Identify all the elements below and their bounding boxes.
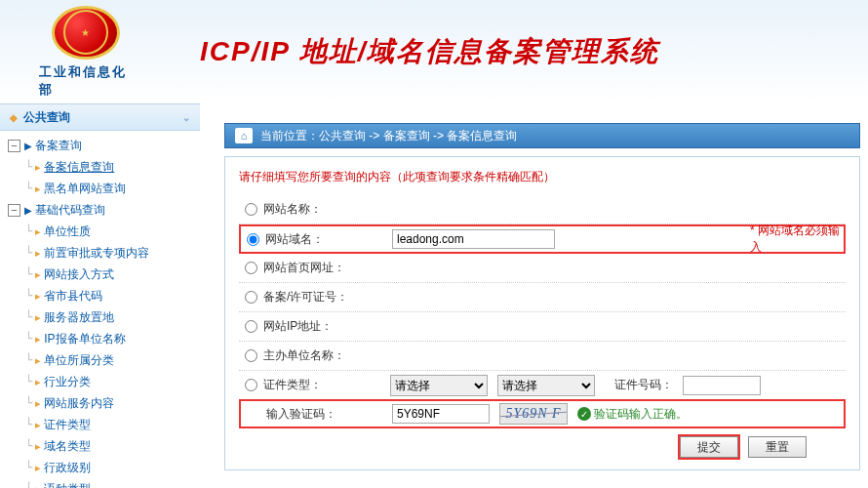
tree-item[interactable]: └▸服务器放置地 <box>8 306 200 328</box>
tree-item-label: 省市县代码 <box>44 288 102 305</box>
folder-icon: ▸ <box>35 247 41 260</box>
tree-item[interactable]: └▸单位性质 <box>8 221 200 242</box>
tree-item[interactable]: └▸网站服务内容 <box>8 392 200 414</box>
radio-site-domain-input[interactable] <box>247 233 259 246</box>
tree-group-label: 备案查询 <box>35 138 82 154</box>
radio-ip-addr[interactable]: 网站IP地址： <box>239 318 390 335</box>
tree-item-label: 服务器放置地 <box>44 309 114 326</box>
system-title: ICP/IP 地址/域名信息备案管理系统 <box>200 33 659 70</box>
tree-item[interactable]: └▸黑名单网站查询 <box>8 178 200 199</box>
folder-icon: ▸ <box>35 225 41 238</box>
radio-home-url-input[interactable] <box>245 262 257 274</box>
tree-item-label: 证件类型 <box>44 417 91 433</box>
home-icon: ⌂ <box>235 128 253 143</box>
captcha-label-cell: 输入验证码： <box>241 406 392 423</box>
folder-icon: ▸ <box>35 483 41 489</box>
radio-site-domain[interactable]: 网站域名： <box>241 231 392 248</box>
captcha-image[interactable]: 5Y69N F <box>499 403 568 425</box>
folder-icon: ▸ <box>35 161 41 174</box>
tree-item-label: 黑名单网站查询 <box>44 181 126 197</box>
breadcrumb-text: 当前位置：公共查询 -> 备案查询 -> 备案信息查询 <box>260 128 517 144</box>
tree-group[interactable]: −▶基础代码查询 <box>8 199 200 221</box>
sidebar-section-public-query[interactable]: ◆ 公共查询 ⌄ <box>0 103 200 131</box>
submit-button[interactable]: 提交 <box>680 436 738 458</box>
collapse-icon: ◆ <box>10 112 18 123</box>
tree-item-label: 网站接入方式 <box>44 266 114 283</box>
cert-no-label: 证件号码： <box>614 377 673 393</box>
folder-icon: ▸ <box>35 419 41 431</box>
check-icon: ✓ <box>577 407 591 421</box>
tree-item[interactable]: └▸前置审批或专项内容 <box>8 242 200 264</box>
input-captcha[interactable] <box>392 404 490 424</box>
form-instruction: 请仔细填写您所要查询的内容（此项查询要求条件精确匹配） <box>239 169 846 185</box>
tree-item-label: 语种类型 <box>44 481 91 489</box>
tree-item[interactable]: └▸网站接入方式 <box>8 264 200 285</box>
national-emblem: ★ 工业和信息化部 <box>39 6 132 99</box>
radio-ip-addr-input[interactable] <box>245 320 257 333</box>
tree-item[interactable]: └▸证件类型 <box>8 414 200 435</box>
tree-item-label: 域名类型 <box>44 438 91 455</box>
tree-item-label: 单位所属分类 <box>44 352 114 369</box>
select-cert-type-1[interactable]: 请选择 <box>390 375 488 396</box>
tree-item[interactable]: └▸备案信息查询 <box>8 156 200 178</box>
radio-cert-type[interactable]: 证件类型： <box>239 377 390 393</box>
radio-license-no[interactable]: 备案/许可证号： <box>239 289 390 305</box>
radio-sponsor-input[interactable] <box>245 349 257 362</box>
input-site-domain[interactable] <box>392 229 555 249</box>
tree-item-label: 行业分类 <box>44 374 91 390</box>
folder-icon: ▸ <box>35 268 41 281</box>
tree-item-label: 单位性质 <box>44 224 91 240</box>
folder-icon: ▸ <box>35 376 41 388</box>
folder-icon: ▸ <box>35 333 41 346</box>
folder-icon: ▸ <box>35 440 41 453</box>
folder-icon: ▸ <box>35 354 41 367</box>
tree-item[interactable]: └▸行业分类 <box>8 371 200 392</box>
chevron-down-icon: ⌄ <box>182 112 190 123</box>
tree-item[interactable]: └▸IP报备单位名称 <box>8 328 200 349</box>
folder-icon: ▸ <box>35 397 41 410</box>
radio-license-no-input[interactable] <box>245 291 257 304</box>
tree-item-label: 备案信息查询 <box>44 159 114 176</box>
query-form: 请仔细填写您所要查询的内容（此项查询要求条件精确匹配） 网站名称： 网站域名： … <box>224 156 860 470</box>
select-cert-type-2[interactable]: 请选择 <box>497 375 595 396</box>
tree-collapse-icon: − <box>8 204 20 217</box>
tree-group-label: 基础代码查询 <box>35 202 105 219</box>
tree-collapse-icon: − <box>8 140 20 152</box>
folder-icon: ▸ <box>35 290 41 303</box>
arrow-right-icon: ▶ <box>24 205 32 216</box>
tree-item-label: 网站服务内容 <box>44 395 114 412</box>
sidebar-tree: −▶备案查询└▸备案信息查询└▸黑名单网站查询−▶基础代码查询└▸单位性质└▸前… <box>0 131 200 488</box>
folder-icon: ▸ <box>35 311 41 324</box>
radio-sponsor[interactable]: 主办单位名称： <box>239 347 390 364</box>
tree-item-label: 前置审批或专项内容 <box>44 245 149 262</box>
radio-site-name-input[interactable] <box>245 203 257 216</box>
tree-item[interactable]: └▸域名类型 <box>8 435 200 457</box>
tree-item[interactable]: └▸行政级别 <box>8 457 200 478</box>
tree-group[interactable]: −▶备案查询 <box>8 135 200 156</box>
reset-button[interactable]: 重置 <box>748 436 807 458</box>
tree-item-label: IP报备单位名称 <box>44 331 125 347</box>
sidebar-section-label: 公共查询 <box>23 109 70 126</box>
tree-item-label: 行政级别 <box>44 460 91 476</box>
folder-icon: ▸ <box>35 462 41 474</box>
radio-site-name[interactable]: 网站名称： <box>239 201 390 218</box>
folder-icon: ▸ <box>35 183 41 195</box>
breadcrumb: ⌂ 当前位置：公共查询 -> 备案查询 -> 备案信息查询 <box>224 123 860 148</box>
radio-cert-type-input[interactable] <box>245 379 257 391</box>
arrow-right-icon: ▶ <box>24 141 32 151</box>
radio-home-url[interactable]: 网站首页网址： <box>239 260 390 276</box>
tree-item[interactable]: └▸单位所属分类 <box>8 349 200 371</box>
input-cert-no[interactable] <box>683 376 761 395</box>
sidebar: ◆ 公共查询 ⌄ −▶备案查询└▸备案信息查询└▸黑名单网站查询−▶基础代码查询… <box>0 103 200 488</box>
tree-item[interactable]: └▸省市县代码 <box>8 285 200 306</box>
tree-item[interactable]: └▸语种类型 <box>8 478 200 488</box>
required-note: * 网站域名必须输入 <box>750 223 844 256</box>
ministry-name: 工业和信息化部 <box>39 63 132 99</box>
captcha-valid-message: ✓ 验证码输入正确。 <box>577 406 688 423</box>
